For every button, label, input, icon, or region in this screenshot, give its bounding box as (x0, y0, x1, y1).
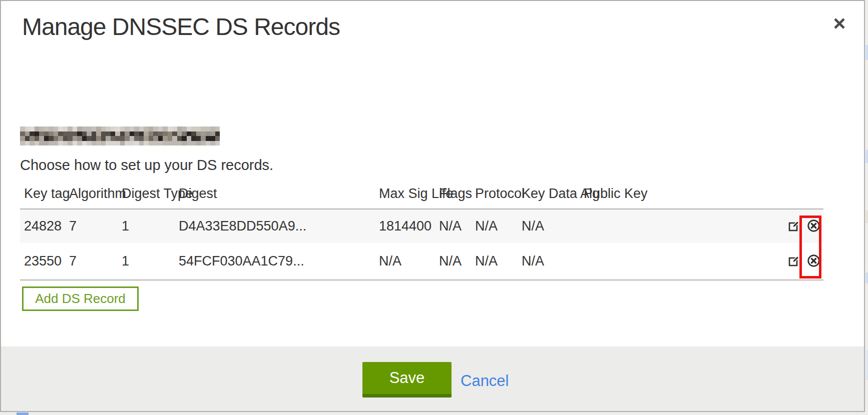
cell-key-tag: 24828 (20, 209, 65, 243)
column-header-algorithm: Algorithm (65, 182, 118, 209)
cell-actions (784, 209, 823, 243)
close-icon (832, 16, 847, 31)
column-header-flags: Flags (435, 182, 471, 209)
dialog-footer: Save Cancel (1, 346, 864, 411)
close-button[interactable] (830, 14, 849, 33)
cell-digest-type: 1 (118, 209, 175, 243)
background-sliver (17, 412, 29, 415)
column-header-protocol: Protocol (471, 182, 518, 209)
table-row: 24828 7 1 D4A33E8DD550A9... 1814400 N/A … (20, 209, 823, 243)
cell-flags: N/A (435, 209, 471, 243)
cell-max-sig-life: N/A (375, 243, 435, 280)
cell-public-key (580, 243, 784, 280)
column-header-digest-type: Digest Type (118, 182, 175, 209)
x-circle-icon (807, 254, 820, 269)
cell-key-tag: 23550 (20, 243, 65, 280)
cell-protocol: N/A (471, 209, 518, 243)
cell-algorithm: 7 (65, 243, 118, 280)
cell-algorithm: 7 (65, 209, 118, 243)
delete-record-button[interactable] (807, 219, 820, 234)
cell-flags: N/A (435, 243, 471, 280)
setup-instruction-text: Choose how to set up your DS records. (20, 157, 273, 174)
cell-digest: D4A33E8DD550A9... (175, 209, 375, 243)
cell-key-data-alg: N/A (518, 209, 580, 243)
background-sliver (865, 272, 868, 284)
background-sliver (865, 210, 868, 223)
background-sliver (865, 45, 868, 60)
column-header-public-key: Public Key (580, 182, 784, 209)
column-header-max-sig-life: Max Sig Life (375, 182, 435, 209)
column-header-digest: Digest (175, 182, 375, 209)
cancel-link[interactable]: Cancel (461, 372, 509, 390)
ds-records-table: Key tag Algorithm Digest Type Digest Max… (20, 182, 823, 280)
column-header-actions (784, 182, 823, 209)
edit-record-button[interactable] (788, 255, 800, 268)
dialog-title: Manage DNSSEC DS Records (22, 13, 340, 40)
table-header-row: Key tag Algorithm Digest Type Digest Max… (20, 182, 823, 209)
delete-record-button[interactable] (807, 254, 820, 269)
cell-digest-type: 1 (118, 243, 175, 280)
cell-digest: 54FCF030AA1C79... (175, 243, 375, 280)
column-header-key-tag: Key tag (20, 182, 65, 209)
cell-protocol: N/A (471, 243, 518, 280)
cell-actions (784, 243, 823, 280)
x-circle-icon (807, 219, 820, 234)
cell-key-data-alg: N/A (518, 243, 580, 280)
column-header-key-data-alg: Key Data Alg (518, 182, 580, 209)
cell-max-sig-life: 1814400 (375, 209, 435, 243)
domain-name-redacted (20, 126, 220, 146)
background-sliver (865, 350, 868, 380)
edit-pencil-square-icon (788, 255, 800, 268)
save-button[interactable]: Save (362, 362, 452, 398)
table-row: 23550 7 1 54FCF030AA1C79... N/A N/A N/A … (20, 243, 823, 280)
edit-record-button[interactable] (788, 220, 800, 233)
background-sliver (865, 150, 868, 163)
add-ds-record-button[interactable]: Add DS Record (22, 286, 139, 311)
manage-dnssec-ds-records-dialog: Manage DNSSEC DS Records Choose how to s… (0, 0, 865, 412)
cell-public-key (580, 209, 784, 243)
edit-pencil-square-icon (788, 220, 800, 233)
